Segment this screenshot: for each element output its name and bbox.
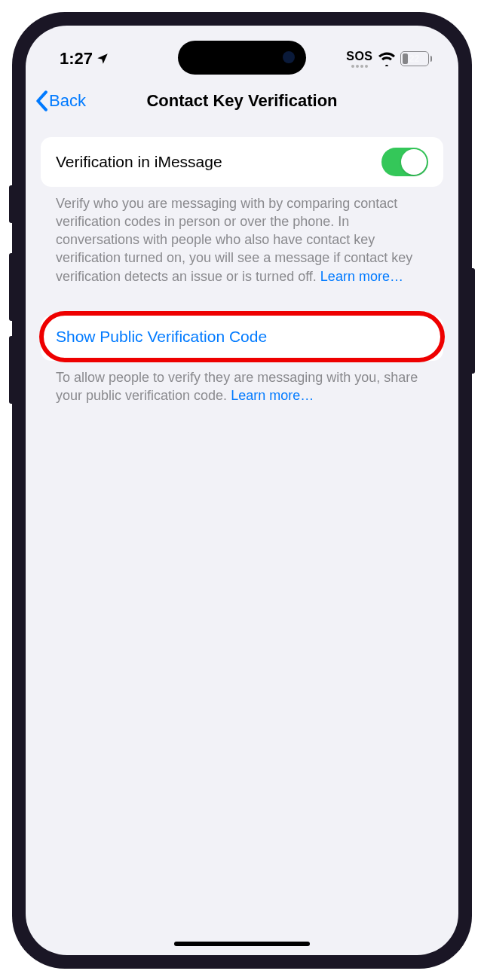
learn-more-link[interactable]: Learn more… (320, 269, 403, 284)
verification-footer: Verify who you are messaging with by com… (41, 187, 443, 285)
back-label: Back (49, 91, 86, 111)
learn-more-link-2[interactable]: Learn more… (231, 388, 314, 403)
sos-indicator: SOS (346, 50, 372, 68)
home-indicator[interactable] (174, 942, 310, 946)
verification-toggle-group: Verification in iMessage (41, 137, 443, 187)
status-right: SOS 22 (346, 50, 432, 68)
sos-text: SOS (346, 50, 372, 63)
sos-dots (351, 65, 368, 68)
dynamic-island (178, 41, 306, 75)
phone-frame: 1:27 SOS 22 (12, 12, 472, 969)
verification-toggle-label: Verification in iMessage (56, 153, 222, 171)
verification-toggle-cell[interactable]: Verification in iMessage (41, 137, 443, 187)
show-code-button[interactable]: Show Public Verification Code (41, 316, 443, 361)
wifi-icon (378, 51, 396, 66)
camera-icon (283, 51, 295, 63)
show-code-group: Show Public Verification Code (41, 316, 443, 361)
show-code-footer: To allow people to verify they are messa… (41, 361, 443, 405)
battery-percent: 22 (409, 53, 419, 64)
page-title: Contact Key Verification (146, 91, 337, 111)
side-button (9, 336, 14, 404)
battery-icon: 22 (400, 51, 433, 66)
content: Verification in iMessage Verify who you … (26, 124, 458, 405)
side-button (470, 268, 475, 374)
show-code-label: Show Public Verification Code (56, 328, 267, 345)
side-button (9, 185, 14, 223)
location-icon (96, 52, 109, 66)
navigation-bar: Back Contact Key Verification (26, 78, 458, 124)
side-button (9, 253, 14, 321)
status-left: 1:27 (60, 49, 109, 69)
back-button[interactable]: Back (35, 90, 86, 111)
toggle-knob (401, 149, 427, 175)
chevron-left-icon (35, 90, 48, 111)
screen: 1:27 SOS 22 (26, 26, 458, 955)
status-time: 1:27 (60, 49, 93, 69)
verification-toggle[interactable] (381, 148, 428, 176)
